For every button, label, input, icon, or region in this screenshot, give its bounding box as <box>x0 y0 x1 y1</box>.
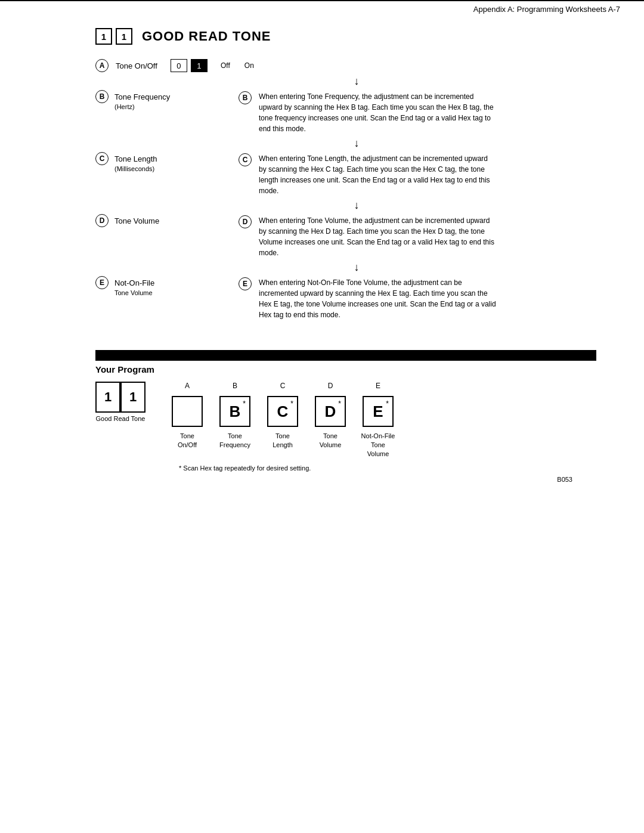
desc-circle-d: D <box>239 215 252 228</box>
prog-col-d: D * <box>306 396 354 427</box>
section-title: 1 1 GOOD READ TONE <box>95 28 596 45</box>
program-left: 1 1 Good Read Tone <box>95 382 145 422</box>
desc-circle-b: B <box>239 91 252 104</box>
prog-box-b[interactable]: B * <box>219 396 250 427</box>
prog-box-d[interactable]: D * <box>315 396 346 427</box>
prog-col-label-a: ToneOn/Off <box>163 429 211 459</box>
program-section: Your Program 1 1 Good Read Tone <box>95 350 596 483</box>
tone-onoff-circle: A <box>95 59 109 72</box>
program-content: 1 1 Good Read Tone A <box>95 382 596 459</box>
option-1[interactable]: 1 <box>191 59 208 72</box>
prog-c-value: C <box>277 402 289 421</box>
flow-row-e: E Not-On-File Tone Volume E When enterin… <box>95 276 596 320</box>
flow-sublabel-e: Tone Volume <box>114 289 153 296</box>
section-num1: 1 <box>95 28 112 45</box>
prog-b-asterisk: * <box>243 400 246 408</box>
flow-label-b: B Tone Frequency <box>95 90 170 103</box>
prog-d-asterisk: * <box>338 400 341 408</box>
prog-box-label: Good Read Tone <box>96 415 145 422</box>
prog-b-value: B <box>230 402 241 421</box>
tone-onoff-label: Tone On/Off <box>116 61 157 70</box>
prog-col-label-c: ToneLength <box>259 429 306 459</box>
flow-left-d: D Tone Volume <box>95 214 227 227</box>
prog-box-a[interactable] <box>172 396 203 427</box>
flow-row-d: D Tone Volume D When entering Tone Volum… <box>95 214 596 258</box>
prog-col-b: B * <box>211 396 259 427</box>
desc-circle-e: E <box>239 277 252 290</box>
flow-text-d: Tone Volume <box>114 216 159 225</box>
flow-left-e: E Not-On-File Tone Volume <box>95 276 227 296</box>
col-header-b: B <box>233 382 237 392</box>
col-label-a: ToneOn/Off <box>178 432 197 450</box>
prog-e-value: E <box>373 402 383 421</box>
prog-col-header-d: D <box>306 382 354 396</box>
col-label-c: ToneLength <box>273 432 293 450</box>
flow-desc-text-b: When entering Tone Frequency, the adjust… <box>259 91 497 134</box>
flow-desc-text-e: When entering Not-On-File Tone Volume, t… <box>259 277 497 320</box>
doc-id: B053 <box>95 476 596 483</box>
prog-col-c: C * <box>259 396 306 427</box>
arrow-b-to-c: ↓ <box>117 134 596 152</box>
circle-c: C <box>95 152 109 165</box>
prog-box-1: 1 <box>95 382 120 413</box>
program-bar <box>95 350 596 361</box>
circle-d: D <box>95 214 109 227</box>
flow-sublabel-c: (Milliseconds) <box>114 165 154 172</box>
program-title: Your Program <box>95 364 596 374</box>
col-label-d: ToneVolume <box>320 432 342 450</box>
arrow-d-to-e: ↓ <box>117 258 596 276</box>
flow-desc-b: B When entering Tone Frequency, the adju… <box>239 90 596 134</box>
flow-left-c: C Tone Length (Milliseconds) <box>95 152 227 172</box>
label-on: On <box>241 61 258 70</box>
flow-row-c: C Tone Length (Milliseconds) C When ente… <box>95 152 596 196</box>
tone-onoff-row: A Tone On/Off 0 1 Off On <box>95 59 596 72</box>
prog-col-e: E * <box>354 396 402 427</box>
flow-text-c: Tone Length <box>114 154 157 163</box>
page: Appendix A: Programming Worksheets A-7 1… <box>0 0 644 833</box>
prog-col-label-d: ToneVolume <box>306 429 354 459</box>
col-header-a: A <box>185 382 190 392</box>
prog-cols-container: A B C D E <box>163 382 596 459</box>
program-right: A B C D E <box>163 382 596 459</box>
prog-col-header-c: C <box>259 382 306 396</box>
flow-text-b: Tone Frequency <box>114 92 170 101</box>
prog-box-c[interactable]: C * <box>267 396 298 427</box>
flow-label-e: E Not-On-File <box>95 276 154 289</box>
arrow-c-to-d: ↓ <box>117 196 596 214</box>
flow-text-e: Not-On-File <box>114 278 154 287</box>
flow-label-d: D Tone Volume <box>95 214 159 227</box>
circle-b: B <box>95 90 109 103</box>
col-label-e: Not-On-FileToneVolume <box>361 432 395 459</box>
prog-box-2: 1 <box>120 382 145 413</box>
option-0[interactable]: 0 <box>171 59 187 72</box>
flow-desc-text-c: When entering Tone Length, the adjustmen… <box>259 153 497 196</box>
prog-col-header-a: A <box>163 382 211 396</box>
content-area: 1 1 GOOD READ TONE A Tone On/Off 0 1 Off… <box>0 16 644 495</box>
arrow-after-onoff: ↓ <box>117 72 596 90</box>
prog-box-e[interactable]: E * <box>363 396 394 427</box>
prog-col-label-e: Not-On-FileToneVolume <box>354 429 402 459</box>
prog-label-row: ToneOn/Off ToneFrequency ToneLength Tone… <box>163 429 596 459</box>
prog-col-a <box>163 396 211 427</box>
flow-desc-c: C When entering Tone Length, the adjustm… <box>239 152 596 196</box>
col-header-c: C <box>280 382 286 392</box>
flow-left-b: B Tone Frequency (Hertz) <box>95 90 227 110</box>
flow-desc-e: E When entering Not-On-File Tone Volume,… <box>239 276 596 320</box>
tone-onoff-options: 0 1 <box>171 59 208 72</box>
prog-col-headers-row: A B C D E <box>163 382 596 396</box>
header-text: Appendix A: Programming Worksheets A-7 <box>473 5 620 14</box>
col-header-d: D <box>328 382 333 392</box>
prog-box-row: B * C * <box>163 396 596 427</box>
desc-circle-c: C <box>239 153 252 166</box>
footnote-area: * Scan Hex tag repeatedly for desired se… <box>179 463 596 472</box>
circle-e: E <box>95 276 109 289</box>
prog-col-label-b: ToneFrequency <box>211 429 259 459</box>
program-number-boxes: 1 1 <box>95 382 145 413</box>
flow-sublabel-b: (Hertz) <box>114 103 135 110</box>
section-heading: GOOD READ TONE <box>142 29 271 44</box>
section-num2: 1 <box>116 28 132 45</box>
flow-desc-d: D When entering Tone Volume, the adjustm… <box>239 214 596 258</box>
flow-label-c: C Tone Length <box>95 152 157 165</box>
prog-d-value: D <box>325 402 336 421</box>
prog-col-header-b: B <box>211 382 259 396</box>
